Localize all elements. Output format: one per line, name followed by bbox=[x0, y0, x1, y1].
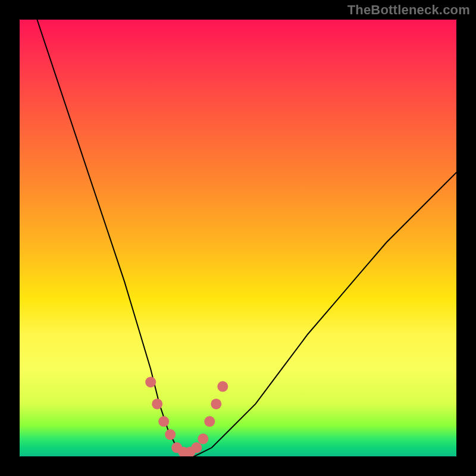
gradient-plot-area bbox=[20, 20, 456, 456]
chart-frame: TheBottleneck.com bbox=[0, 0, 476, 476]
watermark-text: TheBottleneck.com bbox=[347, 2, 470, 18]
